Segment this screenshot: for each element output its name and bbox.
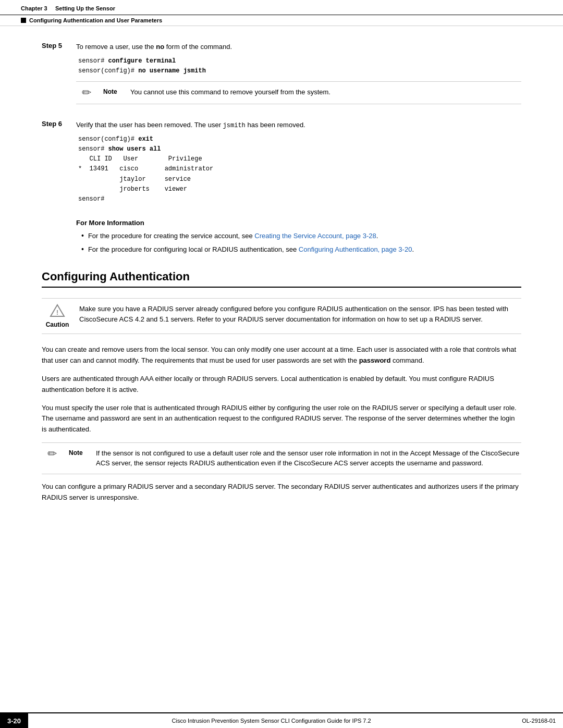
- step-6-label: Step 6: [42, 120, 68, 208]
- footer-center-text: Cisco Intrusion Prevention System Sensor…: [28, 713, 515, 728]
- page-footer: 3-20 Cisco Intrusion Prevention System S…: [0, 712, 563, 728]
- page-header: Chapter 3 Setting Up the Sensor: [0, 0, 563, 15]
- step-5-text: To remove a user, use the no form of the…: [76, 42, 521, 52]
- code-header-line: CLI ID User Privilege: [78, 154, 521, 164]
- header-title: Setting Up the Sensor: [55, 5, 115, 11]
- code-line-2: sensor(config)# no username jsmith: [78, 66, 521, 76]
- code-user-jtaylor: jtaylor service: [78, 175, 521, 184]
- footer-page-number: 3-20: [0, 713, 28, 728]
- note-box-2: ✏ Note If the sensor is not configured t…: [42, 442, 521, 474]
- note-label-1: Note: [103, 87, 124, 95]
- breadcrumb-icon: [21, 18, 26, 23]
- note-box-1: ✏ Note You cannot use this command to re…: [76, 81, 521, 104]
- breadcrumb: Configuring Authentication and User Para…: [0, 15, 563, 26]
- note-text-2: If the sensor is not configured to use a…: [96, 448, 521, 468]
- caution-triangle-icon: !: [50, 304, 65, 319]
- body-para-2: Users are authenticated through AAA eith…: [42, 374, 521, 396]
- code-show-line: sensor# show users all: [78, 144, 521, 154]
- body-para-1: You can create and remove users from the…: [42, 344, 521, 366]
- breadcrumb-text: Configuring Authentication and User Para…: [29, 17, 162, 23]
- bullet-2-text-before: For the procedure for configuring local …: [88, 245, 299, 253]
- chapter-label: Chapter 3: [21, 5, 47, 11]
- bullet-1-text-before: For the procedure for creating the servi…: [88, 232, 254, 240]
- header-chapter-label: Chapter 3 Setting Up the Sensor: [21, 5, 115, 11]
- bullet-item-1: For the procedure for creating the servi…: [81, 231, 521, 241]
- svg-text:!: !: [56, 309, 58, 316]
- code-exit-line: sensor(config)# exit: [78, 134, 521, 144]
- note-label-2: Note: [69, 448, 90, 456]
- code-user-jroberts: jroberts viewer: [78, 184, 521, 194]
- body-para-last: You can configure a primary RADIUS serve…: [42, 482, 521, 503]
- step-6-text: Verify that the user has been removed. T…: [76, 120, 521, 130]
- footer-right-text: OL-29168-01: [515, 713, 563, 728]
- caution-text: Make sure you have a RADIUS server alrea…: [79, 304, 521, 324]
- code-user-cisco: * 13491 cisco administrator: [78, 164, 521, 174]
- main-content: Step 5 To remove a user, use the no form…: [0, 26, 563, 542]
- bullet-item-2: For the procedure for configuring local …: [81, 244, 521, 255]
- step-5-code: sensor# configure terminal sensor(config…: [76, 56, 521, 76]
- note-icon-1: ✏: [76, 87, 97, 98]
- pencil-icon-2: ✏: [47, 448, 57, 460]
- step-5-label: Step 5: [42, 42, 68, 109]
- caution-svg: !: [50, 304, 65, 317]
- inline-code-jsmith: jsmith: [223, 122, 246, 129]
- caution-label: Caution: [46, 321, 69, 328]
- note-text-1: You cannot use this command to remove yo…: [130, 87, 521, 97]
- code-sensor-prompt: sensor#: [78, 194, 521, 204]
- section-heading-configuring-auth: Configuring Authentication: [42, 270, 521, 288]
- for-more-info-section: For More Information For the procedure f…: [76, 219, 521, 254]
- link-configuring-auth[interactable]: Configuring Authentication, page 3-20: [299, 245, 412, 253]
- caution-box: ! Caution Make sure you have a RADIUS se…: [42, 298, 521, 334]
- link-service-account[interactable]: Creating the Service Account, page 3-28: [254, 232, 376, 240]
- pencil-icon: ✏: [82, 87, 91, 98]
- for-more-info-list: For the procedure for creating the servi…: [76, 231, 521, 254]
- step-6-content: Verify that the user has been removed. T…: [76, 120, 521, 208]
- note-icon-2: ✏: [42, 448, 63, 460]
- code-line-1: sensor# configure terminal: [78, 56, 521, 66]
- body-para-3: You must specify the user role that is a…: [42, 403, 521, 435]
- caution-icon-col: ! Caution: [42, 304, 73, 328]
- step-5-content: To remove a user, use the no form of the…: [76, 42, 521, 109]
- for-more-info-title: For More Information: [76, 219, 521, 227]
- step-5-row: Step 5 To remove a user, use the no form…: [42, 42, 521, 109]
- step-6-row: Step 6 Verify that the user has been rem…: [42, 120, 521, 208]
- step-6-code: sensor(config)# exit sensor# show users …: [76, 134, 521, 204]
